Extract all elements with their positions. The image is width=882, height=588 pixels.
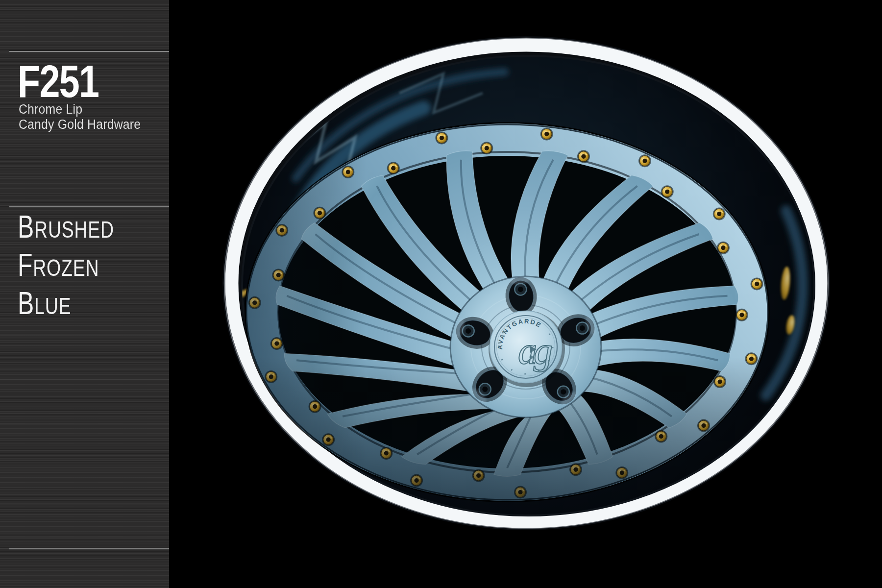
ag-logo-dot-icon <box>530 356 533 359</box>
wheel-photo-area: AVANTGARDE ag <box>169 0 882 588</box>
finish-detail-line: Candy Gold Hardware <box>19 117 141 132</box>
model-name: F251 <box>18 59 98 104</box>
finish-detail-line: Chrome Lip <box>19 102 141 117</box>
divider-top <box>9 50 169 52</box>
model-finish-details: Chrome Lip Candy Gold Hardware <box>19 102 141 132</box>
divider-bottom <box>9 548 169 550</box>
wheel-render-root <box>222 36 830 530</box>
finish-name-line: BLUE <box>18 284 114 322</box>
finish-name-line: BRUSHED <box>18 208 114 246</box>
sidebar: F251 Chrome Lip Candy Gold Hardware BRUS… <box>0 0 169 588</box>
wheel-photo: AVANTGARDE ag <box>169 0 882 588</box>
finish-name-line: FROZEN <box>18 246 114 284</box>
ag-logo-text: ag <box>518 329 552 372</box>
finish-name-block: BRUSHED FROZEN BLUE <box>18 208 114 322</box>
